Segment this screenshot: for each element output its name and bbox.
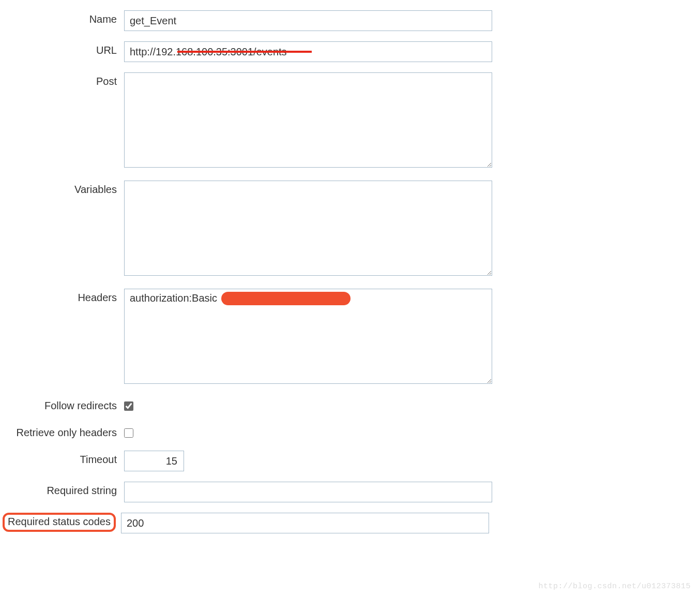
required-status-codes-highlight: Required status codes: [3, 513, 116, 532]
url-label: URL: [0, 41, 124, 56]
headers-label: Headers: [0, 289, 124, 304]
follow-redirects-label: Follow redirects: [0, 397, 124, 412]
row-timeout: Timeout: [0, 451, 700, 471]
row-headers: Headers: [0, 289, 700, 386]
required-string-label: Required string: [0, 482, 124, 497]
row-required-status-codes: Required status codes: [0, 513, 700, 533]
required-status-codes-input[interactable]: [121, 513, 489, 533]
post-label: Post: [0, 72, 124, 87]
headers-textarea[interactable]: [124, 289, 492, 384]
required-status-codes-label: Required status codes: [8, 516, 111, 527]
retrieve-only-headers-label: Retrieve only headers: [0, 424, 124, 439]
row-follow-redirects: Follow redirects: [0, 397, 700, 413]
row-variables: Variables: [0, 181, 700, 278]
url-input[interactable]: [124, 41, 492, 62]
row-name: Name: [0, 10, 700, 31]
post-textarea[interactable]: [124, 72, 492, 168]
timeout-label: Timeout: [0, 451, 124, 466]
timeout-input[interactable]: [124, 451, 184, 471]
name-label: Name: [0, 10, 124, 25]
required-string-input[interactable]: [124, 482, 492, 502]
variables-textarea[interactable]: [124, 181, 492, 276]
row-required-string: Required string: [0, 482, 700, 502]
row-url: URL: [0, 41, 700, 62]
variables-label: Variables: [0, 181, 124, 196]
retrieve-only-headers-checkbox[interactable]: [124, 428, 133, 438]
row-retrieve-only-headers: Retrieve only headers: [0, 424, 700, 440]
row-post: Post: [0, 72, 700, 170]
name-input[interactable]: [124, 10, 492, 31]
follow-redirects-checkbox[interactable]: [124, 401, 133, 411]
